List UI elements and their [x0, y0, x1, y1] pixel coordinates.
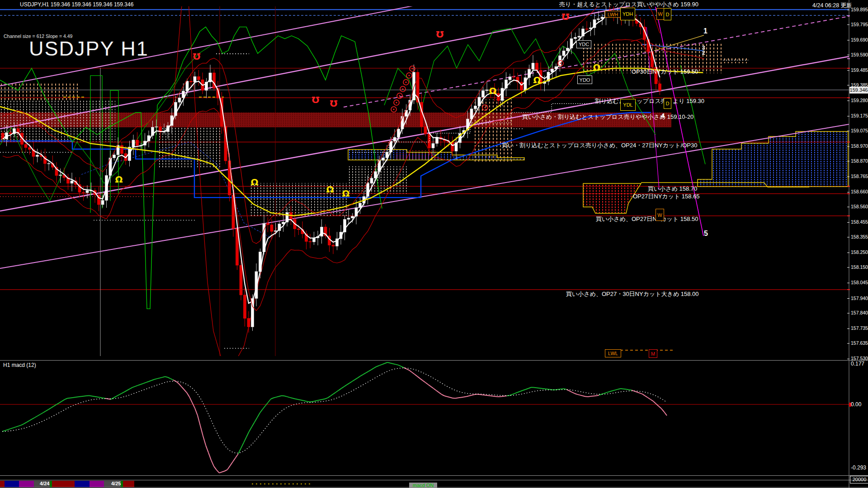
- marker-box-w: W: [656, 209, 664, 221]
- date-label: 4/24: [40, 481, 49, 486]
- axis-price-label: 158.560: [851, 204, 868, 209]
- main-chart-svg: ΩΩΩΩΩΩΩΩΩΩΩΩ: [0, 0, 868, 488]
- marker-box-lwl: LWL: [605, 349, 621, 357]
- marker-box-ydh: YDH: [620, 8, 635, 20]
- axis-price-label: 157.735: [851, 325, 868, 331]
- level-annotation: OP27日NYカット 158.65: [633, 192, 700, 201]
- level-annotation: 買い・割り込むとストップロス売り小さめ、OP24・27日NYカット/OP30: [502, 141, 698, 150]
- session-block: [75, 481, 90, 487]
- axis-price-label: 159.075: [851, 128, 868, 133]
- macd-axis-label: -0.293: [851, 465, 866, 471]
- marker-box-w: W: [656, 8, 664, 20]
- axis-price-label: 158.765: [851, 174, 868, 179]
- update-datetime: 4/24 06:28 更新: [812, 2, 852, 9]
- session-block: [90, 481, 104, 487]
- current-price-tag: 159.346: [849, 87, 868, 94]
- axis-price-label: 158.970: [851, 143, 868, 149]
- level-annotation: OP30日NYカット 159.50: [632, 68, 698, 76]
- level-annotation: 買い小さめ 158.70: [648, 185, 697, 193]
- axis-price-label: 158.150: [851, 264, 868, 270]
- marker-box-ydl: YDL: [620, 99, 636, 111]
- svg-text:Ω: Ω: [533, 75, 541, 85]
- axis-price-label: 158.660: [851, 189, 868, 194]
- axis-price-label: 158.355: [851, 234, 868, 239]
- marker-box-m: M: [649, 349, 657, 358]
- session-block: [123, 481, 134, 487]
- axis-price-label: 159.590: [851, 52, 868, 57]
- macd-axis-label: 0.00: [851, 401, 861, 408]
- symbol-ticker: USDJPY,H1 159.346 159.346 159.346 159.34…: [20, 1, 133, 8]
- axis-price-label: 157.840: [851, 310, 868, 315]
- axis-price-label: 158.250: [851, 249, 868, 255]
- count-label: 1: [703, 27, 708, 35]
- axis-price-label: 157.635: [851, 340, 868, 346]
- axis-price-label: 159.690: [851, 37, 868, 42]
- panel-separator: [0, 480, 868, 480]
- level-annotation: 割り込むとストップロス売りより 159.30: [595, 97, 704, 105]
- marker-box-d: D: [664, 98, 671, 109]
- level-annotation: 買い小さめ、OP27・30日NYカット大きめ 158.00: [566, 290, 699, 298]
- svg-text:Ω: Ω: [193, 51, 200, 62]
- trading-chart-page: ΩΩΩΩΩΩΩΩΩΩΩΩ USDJPY,H1 159.346 159.346 1…: [0, 0, 868, 488]
- marker-box-lwh: LWH: [605, 11, 621, 18]
- svg-text:Ω: Ω: [561, 11, 569, 22]
- svg-text:Ω: Ω: [326, 184, 334, 195]
- session-block: [19, 481, 34, 487]
- svg-text:Ω: Ω: [311, 94, 319, 105]
- axis-price-label: 158.045: [851, 280, 868, 285]
- svg-text:Ω: Ω: [489, 85, 496, 96]
- axis-price-label: 158.870: [851, 158, 868, 164]
- svg-text:Ω: Ω: [342, 188, 349, 199]
- session-block: [0, 481, 5, 487]
- axis-price-label: 159.280: [851, 98, 868, 103]
- axis-price-label: 159.895: [851, 7, 868, 12]
- svg-text:Ω: Ω: [115, 174, 123, 185]
- count-label: 2: [702, 50, 705, 56]
- marker-box-ydo: YDO: [577, 75, 592, 84]
- marker-box-ydc: YDC: [576, 40, 591, 48]
- channel-info: Channel size = 612 Slope = 4.49: [4, 33, 72, 39]
- axis-price-label: 158.455: [851, 219, 868, 225]
- macd-indicator-label: H1 macd (12): [3, 362, 36, 368]
- level-annotation: 買い小さめ、OP27日NYカット 158.50: [596, 215, 698, 223]
- axis-price-label: 159.485: [851, 67, 868, 73]
- axis-price-label: 157.940: [851, 296, 868, 301]
- panel-separator[interactable]: [0, 360, 868, 361]
- svg-text:Ω: Ω: [593, 62, 600, 73]
- count-label: 4: [661, 112, 665, 119]
- svg-text:Ω: Ω: [436, 29, 443, 40]
- axis-price-label: 159.795: [851, 22, 868, 27]
- panel-separator[interactable]: [0, 475, 868, 476]
- count-label: 5: [704, 230, 708, 238]
- axis-price-label: 159.175: [851, 113, 868, 118]
- macd-toggle-button[interactable]: macd ON: [409, 483, 437, 488]
- marker-box-d: D: [664, 8, 671, 20]
- svg-text:Ω: Ω: [330, 98, 337, 109]
- macd-axis-label: 0.177: [851, 361, 864, 367]
- date-label: 4/25: [111, 481, 121, 486]
- svg-text:Ω: Ω: [250, 177, 258, 188]
- session-block: [5, 481, 19, 487]
- session-block: [52, 481, 75, 487]
- level-annotation: 買い小さめ・割り込むとストップロス売りやや小さめ 159.10-20: [522, 113, 693, 121]
- chart-watermark-title: USDJPY H1: [29, 37, 149, 61]
- volume-label: 20000: [850, 476, 868, 483]
